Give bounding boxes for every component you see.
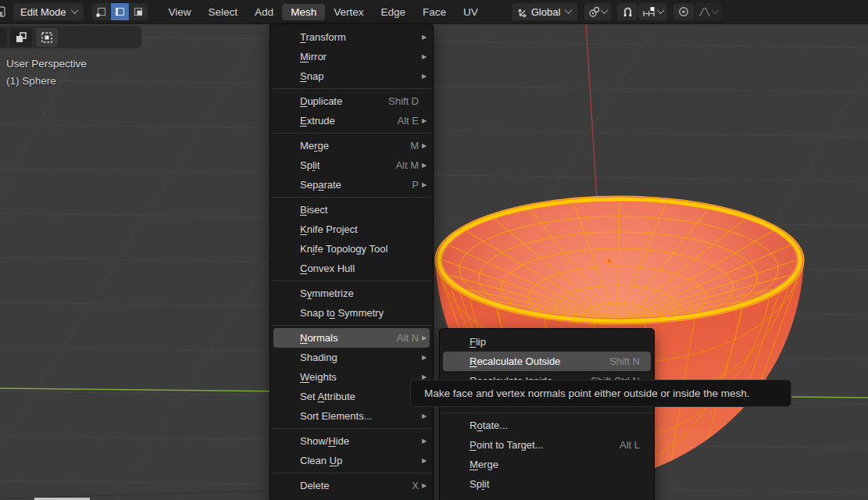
proportional-falloff-dropdown[interactable] <box>695 3 722 20</box>
menu-item-show-hide[interactable]: Show/Hide▶ <box>273 431 430 451</box>
menu-separator <box>271 86 432 91</box>
pivot-point-icon <box>588 5 601 19</box>
menu-item-recalculate-outside[interactable]: Recalculate OutsideShift N <box>443 352 651 371</box>
orientation-label: Global <box>531 6 561 18</box>
snap-target-dropdown[interactable] <box>638 3 667 20</box>
menubar-item-add[interactable]: Add <box>246 4 282 20</box>
menu-item-knife-topology-tool[interactable]: Knife Topology Tool <box>273 239 430 259</box>
menubar-item-view[interactable]: View <box>160 4 200 20</box>
menu-item-extrude[interactable]: ExtrudeAlt E▶ <box>273 111 430 130</box>
menu-item-symmetrize[interactable]: Symmetrize <box>273 284 430 303</box>
submenu-arrow-icon: ▶ <box>419 136 430 155</box>
3d-viewport[interactable]: User Perspective (1) Sphere <box>0 23 868 500</box>
menu-item-rotate[interactable]: Rotate... <box>443 416 651 435</box>
tooltip-text: Make face and vertex normals point eithe… <box>424 388 749 399</box>
menubar-item-uv[interactable]: UV <box>455 4 487 20</box>
menu-item-set-attribute[interactable]: Set Attribute <box>273 387 430 406</box>
menu-item-normals[interactable]: NormalsAlt N▶ <box>273 328 430 348</box>
menu-item-mirror[interactable]: Mirror▶ <box>273 47 430 66</box>
menu-separator <box>441 410 653 416</box>
tooltip: Make face and vertex normals point eithe… <box>410 380 791 407</box>
proportional-circle-icon <box>677 5 690 18</box>
menu-item-knife-project[interactable]: Knife Project <box>273 220 430 239</box>
menu-item-delete[interactable]: DeleteX▶ <box>273 476 430 495</box>
menu-item-duplicate[interactable]: DuplicateShift D <box>273 91 430 111</box>
menubar-item-select[interactable]: Select <box>200 4 247 20</box>
view-perspective-label: User Perspective <box>6 58 87 70</box>
tool-settings-bar <box>0 26 141 48</box>
menu-item-shading[interactable]: Shading▶ <box>273 348 430 367</box>
menu-separator <box>271 323 432 328</box>
submenu-arrow-icon: ▶ <box>419 175 430 195</box>
magnet-icon <box>621 5 634 18</box>
menubar-item-face[interactable]: Face <box>414 4 455 20</box>
menu-item-clean-up[interactable]: Clean Up▶ <box>273 451 430 470</box>
submenu-arrow-icon: ▶ <box>419 66 430 86</box>
face-select-button[interactable] <box>130 3 148 20</box>
mode-dropdown[interactable]: Edit Mode <box>13 3 84 20</box>
submenu-arrow-icon: ▶ <box>419 111 430 130</box>
pivot-point-dropdown[interactable] <box>584 3 611 20</box>
edge-select-button[interactable] <box>111 3 129 20</box>
snap-increment-icon <box>641 5 657 18</box>
object-origin-dot <box>607 259 612 263</box>
menu-item-split[interactable]: SplitAlt M▶ <box>273 155 430 175</box>
submenu-arrow-icon: ▶ <box>419 431 430 451</box>
submenu-arrow-icon: ▶ <box>419 328 430 348</box>
transform-orientation-dropdown[interactable]: Global <box>512 3 578 20</box>
menu-item-sort-elements[interactable]: Sort Elements...▶ <box>273 406 430 426</box>
menu-item-snap[interactable]: Snap▶ <box>273 66 430 86</box>
menu-separator <box>271 426 432 431</box>
chevron-down-icon <box>601 6 609 14</box>
menu-separator <box>271 130 432 136</box>
menu-item-convex-hull[interactable]: Convex Hull <box>273 259 430 278</box>
submenu-arrow-icon: ▶ <box>419 406 430 426</box>
menu-item-bisect[interactable]: Bisect <box>273 200 430 220</box>
menu-item-flip[interactable]: Flip <box>443 332 651 352</box>
menu-item-split[interactable]: Split <box>443 474 651 494</box>
mesh-menu-panel: Transform▶Mirror▶Snap▶DuplicateShift DEx… <box>270 23 434 500</box>
chevron-down-icon <box>565 6 573 14</box>
chevron-down-icon <box>712 6 720 14</box>
menu-separator <box>271 195 432 200</box>
select-mode-buttons <box>92 3 148 20</box>
menu-item-point-to-target[interactable]: Point to Target...Alt L <box>443 435 651 455</box>
menubar-item-vertex[interactable]: Vertex <box>325 4 372 20</box>
snap-toggle-button[interactable] <box>617 3 638 20</box>
menu-item-separate[interactable]: SeparateP▶ <box>273 175 430 195</box>
viewport-canvas <box>0 23 868 500</box>
chevron-down-icon <box>657 6 665 14</box>
menubar-item-mesh[interactable]: Mesh <box>282 4 325 20</box>
submenu-arrow-icon: ▶ <box>419 451 430 470</box>
viewport-header: Edit Mode ViewSelectAddMeshVertexEdgeFac… <box>0 0 868 24</box>
menu-separator <box>271 470 432 476</box>
menu-bar: ViewSelectAddMeshVertexEdgeFaceUV <box>160 4 487 20</box>
mode-dropdown-label: Edit Mode <box>20 6 66 18</box>
submenu-arrow-icon: ▶ <box>419 47 430 66</box>
submenu-arrow-icon: ▶ <box>419 27 430 47</box>
submenu-arrow-icon: ▶ <box>640 494 651 500</box>
editor-type-icon[interactable] <box>0 5 7 19</box>
axis-x-line <box>586 23 597 200</box>
menu-item-merge[interactable]: Merge <box>443 455 651 474</box>
submenu-arrow-icon: ▶ <box>419 155 430 175</box>
submenu-arrow-icon: ▶ <box>419 476 430 495</box>
menu-item-merge[interactable]: MergeM▶ <box>273 136 430 155</box>
menu-item-weights[interactable]: Weights▶ <box>273 367 430 387</box>
vertex-select-button[interactable] <box>92 3 110 20</box>
menu-item-snap-to-symmetry[interactable]: Snap to Symmetry <box>273 303 430 323</box>
select-extend-button[interactable] <box>10 28 32 47</box>
select-mode-clipped-button[interactable] <box>0 28 6 47</box>
chevron-down-icon <box>70 6 78 14</box>
submenu-arrow-icon: ▶ <box>419 348 430 367</box>
menu-item-average[interactable]: Average▶ <box>443 494 651 500</box>
menu-separator <box>271 278 432 284</box>
orientation-axes-icon <box>517 5 530 18</box>
falloff-curve-icon <box>698 5 712 18</box>
select-set-button[interactable] <box>36 28 58 47</box>
proportional-editing-button[interactable] <box>673 3 694 20</box>
menubar-item-edge[interactable]: Edge <box>372 4 414 20</box>
menu-item-transform[interactable]: Transform▶ <box>273 27 430 47</box>
active-object-label: (1) Sphere <box>6 75 56 87</box>
normals-submenu-panel: FlipRecalculate OutsideShift NRecalculat… <box>439 328 655 500</box>
